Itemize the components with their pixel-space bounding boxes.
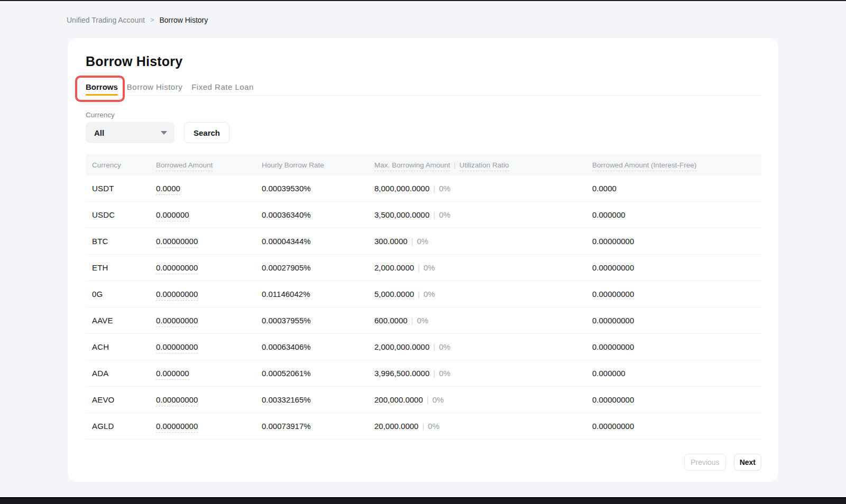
search-button[interactable]: Search: [184, 122, 229, 143]
cell-interest-free: 0.000000: [592, 210, 761, 219]
cell-max-borrowing: 600.0000|0%: [374, 316, 592, 325]
bottom-edge-dark-strip: [0, 498, 846, 504]
utilization-ratio-value: 0%: [424, 290, 435, 298]
cell-hourly-borrow-rate: 0.00073917%: [262, 422, 374, 431]
cell-hourly-borrow-rate: 0.01146042%: [262, 290, 374, 298]
utilization-ratio-value: 0%: [433, 395, 444, 404]
cell-hourly-borrow-rate: 0.00004344%: [262, 237, 374, 246]
utilization-ratio-value: 0%: [439, 184, 450, 193]
cell-borrowed-amount: 0.0000: [156, 184, 262, 193]
cell-interest-free: 0.0000: [592, 184, 761, 193]
utilization-ratio-value: 0%: [424, 263, 435, 272]
cell-currency: BTC: [86, 237, 156, 246]
cell-interest-free: 0.00000000: [592, 290, 761, 298]
max-borrowing-amount-value: 2,000.0000: [374, 263, 414, 272]
table-row: USDC 0.000000 0.00036340% 3,500,000.0000…: [86, 202, 761, 228]
tab-bar: Borrows Borrow History Fixed Rate Loan: [86, 78, 761, 96]
row-pipe-separator: |: [429, 184, 439, 193]
tab-borrow-history-label: Borrow History: [127, 82, 182, 91]
tab-borrow-history[interactable]: Borrow History: [127, 78, 182, 95]
cell-max-borrowing: 2,000.0000|0%: [374, 263, 592, 272]
currency-select[interactable]: All: [86, 122, 174, 143]
tab-borrows-label: Borrows: [86, 82, 118, 91]
table-body: USDT 0.0000 0.00039530% 8,000,000.0000|0…: [86, 175, 761, 440]
max-borrowing-amount-value: 3,996,500.0000: [374, 369, 429, 378]
borrowed-amount-value[interactable]: 0.00000000: [156, 290, 198, 301]
max-borrowing-amount-value: 2,000,000.0000: [374, 342, 429, 351]
cell-currency: AAVE: [86, 316, 156, 325]
cell-hourly-borrow-rate: 0.00036340%: [262, 210, 374, 219]
row-pipe-separator: |: [429, 369, 439, 378]
next-page-button[interactable]: Next: [734, 454, 761, 471]
cell-currency: USDT: [86, 184, 156, 193]
cell-max-borrowing: 8,000,000.0000|0%: [374, 184, 592, 193]
utilization-ratio-value: 0%: [428, 422, 439, 431]
cell-max-borrowing: 2,000,000.0000|0%: [374, 342, 592, 351]
cell-borrowed-amount: 0.00000000: [156, 422, 262, 431]
cell-interest-free: 0.00000000: [592, 342, 761, 351]
max-borrowing-amount-value: 5,000.0000: [374, 290, 414, 298]
max-borrowing-amount-value: 300.0000: [374, 237, 408, 246]
currency-filter-label: Currency: [86, 111, 761, 119]
window-bottom-edge: [0, 496, 846, 504]
cell-borrowed-amount: 0.00000000: [156, 263, 262, 272]
cell-interest-free: 0.00000000: [592, 422, 761, 431]
tab-borrows[interactable]: Borrows: [86, 78, 118, 95]
max-borrowing-amount-value: 3,500,000.0000: [374, 210, 429, 219]
cell-borrowed-amount: 0.00000000: [156, 290, 262, 298]
row-pipe-separator: |: [414, 263, 424, 272]
table-row: BTC 0.00000000 0.00004344% 300.0000|0% 0…: [86, 228, 761, 255]
borrowed-amount-value[interactable]: 0.000000: [156, 369, 189, 380]
cell-interest-free: 0.000000: [592, 369, 761, 378]
table-row: ETH 0.00000000 0.00027905% 2,000.0000|0%…: [86, 255, 761, 281]
cell-max-borrowing: 3,500,000.0000|0%: [374, 210, 592, 219]
cell-max-borrowing: 200,000.0000|0%: [374, 395, 592, 404]
column-header-borrowed-amount-label[interactable]: Borrowed Amount: [156, 161, 213, 171]
column-header-max-borrowing-label[interactable]: Max. Borrowing Amount: [374, 161, 450, 171]
tab-fixed-rate-loan[interactable]: Fixed Rate Loan: [191, 78, 254, 95]
page-title: Borrow History: [86, 38, 761, 69]
column-header-borrowed-amount: Borrowed Amount: [156, 161, 262, 169]
column-header-utilization-ratio-label[interactable]: Utilization Ratio: [459, 161, 509, 171]
table-row: AEVO 0.00000000 0.00332165% 200,000.0000…: [86, 387, 761, 413]
cell-interest-free: 0.00000000: [592, 395, 761, 404]
borrowed-amount-value[interactable]: 0.00000000: [156, 316, 198, 327]
cell-max-borrowing: 5,000.0000|0%: [374, 290, 592, 298]
cell-currency: ACH: [86, 342, 156, 351]
breadcrumb-link-unified-trading-account[interactable]: Unified Trading Account: [67, 16, 145, 24]
borrowed-amount-value[interactable]: 0.00000000: [156, 263, 198, 274]
borrowed-amount-value[interactable]: 0.00000000: [156, 422, 198, 433]
borrowed-amount-value[interactable]: 0.00000000: [156, 342, 198, 353]
borrowed-amount-value[interactable]: 0.00000000: [156, 237, 198, 248]
cell-hourly-borrow-rate: 0.00037955%: [262, 316, 374, 325]
utilization-ratio-value: 0%: [439, 210, 450, 219]
table-row: ADA 0.000000 0.00052061% 3,996,500.0000|…: [86, 360, 761, 387]
column-header-currency: Currency: [86, 161, 156, 169]
cell-max-borrowing: 300.0000|0%: [374, 237, 592, 246]
column-header-interest-free: Borrowed Amount (Interest-Free): [592, 161, 761, 169]
cell-borrowed-amount: 0.000000: [156, 369, 262, 378]
previous-page-button[interactable]: Previous: [684, 454, 725, 471]
column-header-interest-free-label[interactable]: Borrowed Amount (Interest-Free): [592, 161, 696, 171]
table-row: USDT 0.0000 0.00039530% 8,000,000.0000|0…: [86, 175, 761, 202]
cell-borrowed-amount: 0.00000000: [156, 395, 262, 404]
table-row: AGLD 0.00000000 0.00073917% 20,000.0000|…: [86, 413, 761, 440]
column-header-max-borrowing-amount: Max. Borrowing Amount|Utilization Ratio: [374, 161, 592, 169]
row-pipe-separator: |: [408, 316, 417, 325]
table-row: ACH 0.00000000 0.00063406% 2,000,000.000…: [86, 334, 761, 360]
filter-row: All Search: [86, 122, 761, 143]
row-pipe-separator: |: [408, 237, 417, 246]
table-row: 0G 0.00000000 0.01146042% 5,000.0000|0% …: [86, 281, 761, 307]
cell-currency: ADA: [86, 369, 156, 378]
column-header-hourly-borrow-rate: Hourly Borrow Rate: [262, 161, 374, 169]
borrow-history-card: Borrow History Borrows Borrow History Fi…: [68, 38, 778, 482]
row-pipe-separator: |: [429, 342, 439, 351]
cell-currency: ETH: [86, 263, 156, 272]
chevron-down-icon: [161, 131, 167, 135]
cell-currency: AEVO: [86, 395, 156, 404]
header-pipe-separator: |: [450, 161, 459, 169]
borrowed-amount-value[interactable]: 0.000000: [156, 210, 189, 221]
borrowed-amount-value[interactable]: 0.00000000: [156, 395, 198, 406]
borrowed-amount-value[interactable]: 0.0000: [156, 184, 180, 195]
table-header-row: Currency Borrowed Amount Hourly Borrow R…: [86, 154, 761, 175]
